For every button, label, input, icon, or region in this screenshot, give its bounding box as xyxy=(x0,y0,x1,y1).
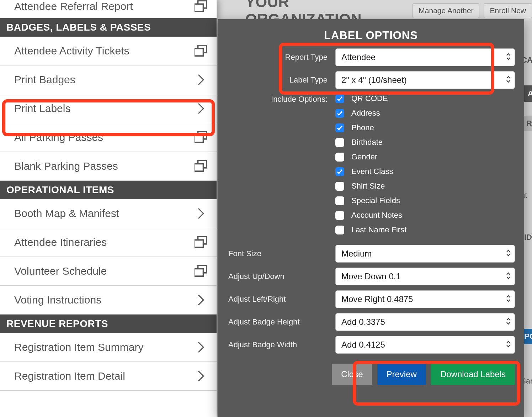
sidebar-item-registration-item-summary[interactable]: Registration Item Summary xyxy=(0,333,217,362)
checkbox[interactable] xyxy=(335,196,344,205)
include-option-shirt-size[interactable]: Shirt Size xyxy=(335,181,515,191)
checkbox[interactable] xyxy=(335,138,344,147)
include-options-label: Include Options: xyxy=(227,94,335,104)
select-value: Move Down 0.1 xyxy=(341,271,401,281)
select-value: Add 0.3375 xyxy=(341,317,385,327)
section-header: BADGES, LABELS & PASSES xyxy=(0,18,217,37)
include-option-label: Event Class xyxy=(351,167,393,176)
sidebar-item-booth-map-manifest[interactable]: Booth Map & Manifest xyxy=(0,199,217,228)
stack-icon xyxy=(195,0,207,13)
checkbox[interactable] xyxy=(335,109,344,118)
include-option-qr-code[interactable]: QR CODE xyxy=(335,94,515,103)
modal-title: LABEL OPTIONS xyxy=(227,29,515,42)
include-option-gender[interactable]: Gender xyxy=(335,152,515,162)
chevron-right-icon xyxy=(195,207,207,220)
sidebar-item-attendee-referral[interactable]: Attendee Referral Report xyxy=(0,0,217,18)
include-option-label: Address xyxy=(351,109,380,118)
sidebar-item-print-labels[interactable]: Print Labels xyxy=(0,94,217,123)
sidebar-item-voting-instructions[interactable]: Voting Instructions xyxy=(0,286,217,315)
select-caret-icon xyxy=(506,294,510,304)
chevron-right-icon xyxy=(195,102,207,115)
preview-button[interactable]: Preview xyxy=(377,364,426,385)
checkbox[interactable] xyxy=(335,211,344,220)
label-options-modal: LABEL OPTIONS Report Type Attendee Label… xyxy=(218,19,524,417)
adjust-lr-select[interactable]: Move Right 0.4875 xyxy=(335,290,515,308)
sidebar: Attendee Referral Report BADGES, LABELS … xyxy=(0,0,217,417)
adjust-ud-label: Adjust Up/Down xyxy=(227,272,335,281)
sidebar-item-label: Attendee Referral Report xyxy=(14,0,133,12)
sidebar-item-attendee-itineraries[interactable]: Attendee Itineraries xyxy=(0,228,217,257)
font-size-select[interactable]: Medium xyxy=(335,245,515,263)
include-option-event-class[interactable]: Event Class xyxy=(335,167,515,176)
select-caret-icon xyxy=(506,271,510,281)
include-option-label: Special Fields xyxy=(351,196,400,205)
include-option-phone[interactable]: Phone xyxy=(335,123,515,132)
chevron-right-icon xyxy=(195,341,207,354)
report-type-label: Report Type xyxy=(227,53,335,62)
sidebar-item-label: Attendee Itineraries xyxy=(14,236,107,248)
sidebar-item-label: Registration Item Detail xyxy=(14,370,125,382)
adjust-w-select[interactable]: Add 0.4125 xyxy=(335,336,515,354)
svg-rect-1 xyxy=(195,4,203,11)
bg-header: YOUR ORGANIZATION Manage Another Enroll … xyxy=(217,0,532,21)
include-option-special-fields[interactable]: Special Fields xyxy=(335,196,515,205)
include-option-label: QR CODE xyxy=(351,94,388,103)
select-caret-icon xyxy=(506,249,510,259)
section-header: OPERATIONAL ITEMS xyxy=(0,181,217,199)
sidebar-item-label: Print Labels xyxy=(14,102,70,115)
chevron-right-icon xyxy=(195,370,207,382)
sidebar-item-label: All Parking Passes xyxy=(14,131,103,143)
report-type-select[interactable]: Attendee xyxy=(335,48,515,66)
chevron-right-icon xyxy=(195,73,207,86)
select-value: Medium xyxy=(341,249,372,258)
adjust-lr-label: Adjust Left/Right xyxy=(227,295,335,304)
label-type-select[interactable]: 2" x 4" (10/sheet) xyxy=(335,71,515,89)
bg-enroll-new-button[interactable]: Enroll New xyxy=(484,3,532,18)
sidebar-item-label: Registration Item Summary xyxy=(14,341,143,353)
include-option-birthdate[interactable]: Birthdate xyxy=(335,138,515,147)
download-labels-button[interactable]: Download Labels xyxy=(431,364,515,385)
select-caret-icon xyxy=(506,75,510,85)
checkbox[interactable] xyxy=(335,94,344,103)
sidebar-item-registration-item-detail[interactable]: Registration Item Detail xyxy=(0,362,217,391)
select-value: Attendee xyxy=(341,52,376,62)
stack-icon xyxy=(195,265,207,278)
svg-rect-11 xyxy=(195,269,203,276)
checkbox[interactable] xyxy=(335,182,344,191)
sidebar-item-blank-parking-passes[interactable]: Blank Parking Passes xyxy=(0,152,217,181)
include-option-account-notes[interactable]: Account Notes xyxy=(335,211,515,220)
select-value: Move Right 0.4875 xyxy=(341,294,413,304)
adjust-ud-select[interactable]: Move Down 0.1 xyxy=(335,268,515,285)
include-option-last-name-first[interactable]: Last Name First xyxy=(335,225,515,234)
include-option-label: Last Name First xyxy=(351,225,406,234)
sidebar-item-label: Print Badges xyxy=(14,74,75,86)
svg-rect-5 xyxy=(195,135,203,142)
checkbox[interactable] xyxy=(335,226,344,234)
sidebar-item-volunteer-schedule[interactable]: Volunteer Schedule xyxy=(0,257,217,286)
include-option-label: Gender xyxy=(351,152,377,162)
svg-rect-9 xyxy=(195,240,203,247)
include-option-address[interactable]: Address xyxy=(335,109,515,118)
svg-rect-7 xyxy=(195,164,203,171)
select-caret-icon xyxy=(506,340,510,350)
sidebar-item-print-badges[interactable]: Print Badges xyxy=(0,65,217,94)
checkbox[interactable] xyxy=(335,153,344,162)
sidebar-item-attendee-activity-tickets[interactable]: Attendee Activity Tickets xyxy=(0,37,217,65)
checkbox[interactable] xyxy=(335,123,344,132)
checkbox[interactable] xyxy=(335,167,344,176)
close-button[interactable]: Close xyxy=(332,364,372,385)
sidebar-item-all-parking-passes[interactable]: All Parking Passes xyxy=(0,123,217,152)
label-type-label: Label Type xyxy=(227,75,335,85)
adjust-w-label: Adjust Badge Width xyxy=(227,340,335,349)
include-option-label: Phone xyxy=(351,123,374,132)
modal-actions: Close Preview Download Labels xyxy=(227,364,515,385)
adjust-h-select[interactable]: Add 0.3375 xyxy=(335,313,515,331)
sidebar-item-label: Booth Map & Manifest xyxy=(14,207,119,220)
font-size-label: Font Size xyxy=(227,249,335,258)
include-option-label: Birthdate xyxy=(351,138,383,147)
select-caret-icon xyxy=(506,52,510,62)
stack-icon xyxy=(195,44,207,57)
bg-manage-another-button[interactable]: Manage Another xyxy=(413,3,479,18)
select-value: Add 0.4125 xyxy=(341,340,385,349)
select-value: 2" x 4" (10/sheet) xyxy=(341,75,407,85)
